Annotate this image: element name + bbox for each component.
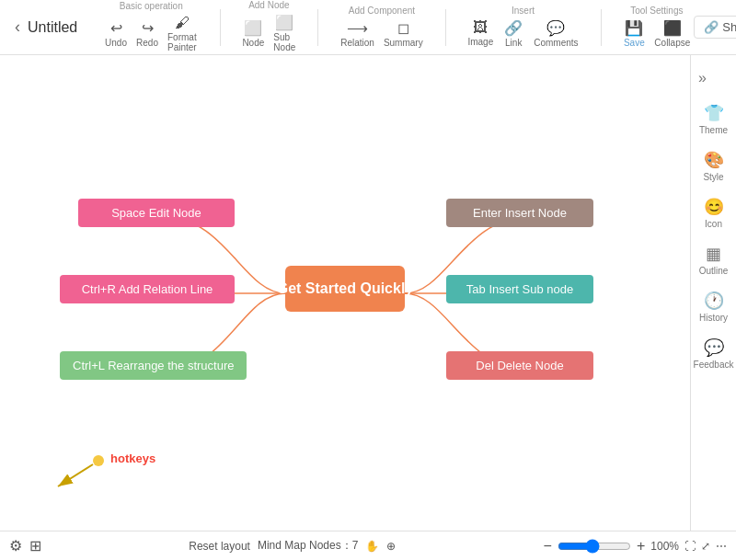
- toolbar-basic-items: ↩Undo ↪Redo 🖌Format Painter: [101, 13, 201, 54]
- relation-button[interactable]: ⟶Relation: [337, 17, 378, 50]
- sidebar-item-icon[interactable]: 😊 Icon: [694, 191, 734, 234]
- icon-label: Icon: [705, 219, 722, 229]
- right-node-2[interactable]: Del Delete Node: [446, 351, 593, 380]
- link-button[interactable]: 🔗Link: [499, 17, 528, 50]
- link-label: Link: [505, 38, 522, 48]
- sidebar-item-feedback[interactable]: 💬 Feedback: [694, 332, 734, 375]
- fit-screen-icon[interactable]: ⛶: [684, 540, 696, 553]
- toolbar-group-add-node-label: Add Node: [248, 0, 289, 10]
- theme-label: Theme: [699, 125, 728, 135]
- comments-icon: 💬: [546, 19, 565, 37]
- toolbar-group-add-node: Add Node ⬜Node ⬜Sub Node: [238, 0, 299, 54]
- right-sidebar: » 👕 Theme 🎨 Style 😊 Icon ▦ Outline 🕐 His…: [690, 55, 736, 531]
- fullscreen-icon[interactable]: ⤢: [701, 540, 710, 553]
- zoom-plus-button[interactable]: +: [637, 538, 645, 554]
- center-node-text: Get Started Quickly: [277, 280, 414, 297]
- image-button[interactable]: 🖼Image: [464, 17, 497, 49]
- save-label: Save: [624, 38, 645, 48]
- header: ‹ Untitled Basic operation ↩Undo ↪Redo 🖌…: [0, 0, 736, 55]
- redo-icon: ↪: [142, 19, 154, 37]
- bottom-right: − + 100% ⛶ ⤢ ⋯: [544, 538, 727, 554]
- more-icon[interactable]: ⋯: [716, 540, 727, 553]
- right-node-0[interactable]: Enter Insert Node: [446, 199, 593, 227]
- node-button[interactable]: ⬜Node: [238, 17, 268, 50]
- outline-icon: ▦: [706, 244, 721, 264]
- pointer-tool-icon[interactable]: ⊕: [386, 540, 396, 553]
- image-icon: 🖼: [473, 19, 488, 36]
- back-button[interactable]: ‹: [7, 14, 28, 40]
- left-node-1[interactable]: Ctrl+R Add Relation Line: [60, 275, 235, 303]
- sidebar-collapse-button[interactable]: »: [691, 63, 714, 94]
- mind-map-nodes: Mind Map Nodes：7: [258, 538, 358, 554]
- right-node-2-text: Del Delete Node: [476, 359, 563, 372]
- save-button[interactable]: 💾Save: [619, 17, 649, 50]
- format-painter-button[interactable]: 🖌Format Painter: [164, 13, 201, 54]
- right-node-1-text: Tab Insert Sub node: [466, 282, 573, 296]
- right-node-1[interactable]: Tab Insert Sub node: [446, 275, 593, 303]
- left-node-0-text: Space Edit Node: [111, 206, 201, 220]
- outline-label: Outline: [699, 266, 729, 276]
- svg-line-2: [58, 464, 93, 486]
- toolbar-add-node-items: ⬜Node ⬜Sub Node: [238, 12, 299, 54]
- grid-icon[interactable]: ⊞: [29, 537, 41, 554]
- bottom-left: ⚙ ⊞: [9, 537, 41, 554]
- sidebar-item-history[interactable]: 🕐 History: [694, 285, 734, 328]
- toolbar-group-tool-settings: Tool Settings 💾Save ⬛Collapse: [619, 6, 694, 50]
- link-icon: 🔗: [504, 19, 523, 37]
- undo-icon: ↩: [110, 19, 122, 37]
- zoom-minus-button[interactable]: −: [544, 538, 552, 554]
- summary-icon: ◻: [397, 19, 409, 37]
- redo-button[interactable]: ↪Redo: [132, 17, 162, 50]
- divider-3: [445, 9, 446, 46]
- feedback-label: Feedback: [694, 360, 734, 370]
- share-button[interactable]: 🔗 Share: [694, 16, 736, 39]
- feedback-icon: 💬: [704, 337, 724, 358]
- divider-1: [220, 9, 221, 46]
- center-node[interactable]: Get Started Quickly: [285, 266, 405, 312]
- toolbar-insert-items: 🖼Image 🔗Link 💬Comments: [464, 17, 581, 50]
- comments-button[interactable]: 💬Comments: [530, 17, 581, 50]
- left-node-2[interactable]: Ctrl+L Rearrange the structure: [60, 351, 247, 380]
- collapse-label: Collapse: [654, 38, 690, 48]
- zoom-slider[interactable]: [558, 539, 631, 554]
- node-label: Node: [242, 38, 264, 48]
- summary-label: Summary: [384, 38, 423, 48]
- style-label: Style: [703, 172, 723, 182]
- sidebar-item-style[interactable]: 🎨 Style: [694, 144, 734, 188]
- relation-label: Relation: [340, 38, 374, 48]
- style-icon: 🎨: [704, 150, 724, 170]
- redo-label: Redo: [136, 38, 158, 48]
- icon-icon: 😊: [704, 197, 724, 217]
- theme-icon: 👕: [704, 103, 724, 123]
- summary-button[interactable]: ◻Summary: [380, 17, 427, 50]
- undo-button[interactable]: ↩Undo: [101, 17, 131, 50]
- left-node-0[interactable]: Space Edit Node: [78, 199, 235, 227]
- toolbar-group-insert: Insert 🖼Image 🔗Link 💬Comments: [464, 6, 581, 50]
- sub-node-label: Sub Node: [273, 32, 295, 52]
- divider-4: [601, 9, 602, 46]
- reset-layout-button[interactable]: Reset layout: [189, 540, 250, 553]
- toolbar-tool-settings-items: 💾Save ⬛Collapse: [619, 17, 694, 50]
- toolbar-group-insert-label: Insert: [512, 6, 535, 16]
- undo-label: Undo: [105, 38, 127, 48]
- canvas[interactable]: Get Started Quickly Space Edit Node Ctrl…: [0, 55, 690, 531]
- hotkeys-arrow: [51, 455, 106, 496]
- toolbar-group-basic: Basic operation ↩Undo ↪Redo 🖌Format Pain…: [101, 1, 201, 54]
- image-label: Image: [467, 37, 493, 47]
- right-node-0-text: Enter Insert Node: [473, 206, 567, 220]
- sidebar-item-theme[interactable]: 👕 Theme: [694, 97, 734, 141]
- hand-tool-icon[interactable]: ✋: [365, 540, 379, 553]
- sub-node-button[interactable]: ⬜Sub Node: [270, 12, 299, 54]
- save-icon: 💾: [625, 19, 643, 37]
- zoom-value: 100%: [650, 540, 679, 553]
- app-title: Untitled: [28, 19, 101, 36]
- share-icon: 🔗: [704, 20, 719, 34]
- collapse-button[interactable]: ⬛Collapse: [650, 17, 694, 50]
- arrow-icon: [51, 455, 106, 492]
- settings-icon[interactable]: ⚙: [9, 537, 22, 554]
- sub-node-icon: ⬜: [275, 14, 293, 31]
- bottom-center: Reset layout Mind Map Nodes：7 ✋ ⊕: [52, 538, 533, 554]
- sidebar-item-outline[interactable]: ▦ Outline: [694, 238, 734, 281]
- format-painter-label: Format Painter: [167, 32, 198, 52]
- history-icon: 🕐: [704, 291, 724, 311]
